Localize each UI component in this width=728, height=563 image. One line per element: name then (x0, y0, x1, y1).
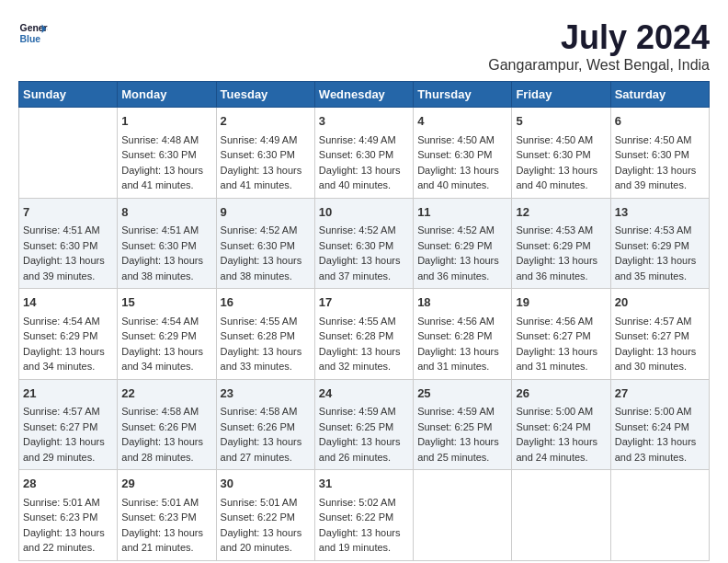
day-info: Sunrise: 4:53 AM Sunset: 6:29 PM Dayligh… (615, 223, 705, 283)
calendar-cell: 28Sunrise: 5:01 AM Sunset: 6:23 PM Dayli… (19, 470, 118, 561)
header-sunday: Sunday (19, 82, 118, 108)
day-info: Sunrise: 5:01 AM Sunset: 6:23 PM Dayligh… (121, 495, 211, 556)
day-info: Sunrise: 5:00 AM Sunset: 6:24 PM Dayligh… (615, 404, 705, 465)
day-number: 16 (221, 293, 311, 312)
day-number: 7 (23, 203, 113, 222)
svg-text:Blue: Blue (20, 34, 41, 44)
day-number: 28 (23, 475, 113, 493)
day-info: Sunrise: 4:56 AM Sunset: 6:27 PM Dayligh… (516, 314, 606, 374)
day-info: Sunrise: 4:59 AM Sunset: 6:25 PM Dayligh… (319, 404, 409, 465)
day-info: Sunrise: 4:55 AM Sunset: 6:28 PM Dayligh… (319, 314, 409, 374)
calendar-cell (19, 108, 118, 199)
day-info: Sunrise: 4:49 AM Sunset: 6:30 PM Dayligh… (221, 132, 311, 193)
calendar-week-row: 21Sunrise: 4:57 AM Sunset: 6:27 PM Dayli… (19, 379, 710, 470)
day-number: 13 (615, 203, 705, 222)
day-number: 5 (516, 112, 606, 131)
day-number: 29 (121, 475, 211, 493)
day-number: 17 (319, 293, 409, 312)
day-info: Sunrise: 4:57 AM Sunset: 6:27 PM Dayligh… (23, 404, 113, 465)
day-info: Sunrise: 4:52 AM Sunset: 6:29 PM Dayligh… (417, 223, 507, 283)
calendar-cell: 30Sunrise: 5:01 AM Sunset: 6:22 PM Dayli… (216, 470, 314, 561)
day-number: 31 (319, 475, 409, 493)
calendar-cell: 6Sunrise: 4:50 AM Sunset: 6:30 PM Daylig… (610, 108, 709, 199)
calendar-cell: 4Sunrise: 4:50 AM Sunset: 6:30 PM Daylig… (414, 108, 512, 199)
day-info: Sunrise: 4:50 AM Sunset: 6:30 PM Dayligh… (417, 132, 507, 193)
calendar-header-row: SundayMondayTuesdayWednesdayThursdayFrid… (19, 82, 710, 108)
calendar-cell: 31Sunrise: 5:02 AM Sunset: 6:22 PM Dayli… (314, 470, 413, 561)
calendar-cell (610, 470, 709, 561)
calendar-cell: 5Sunrise: 4:50 AM Sunset: 6:30 PM Daylig… (512, 108, 610, 199)
main-title: July 2024 (488, 18, 710, 57)
day-info: Sunrise: 4:52 AM Sunset: 6:30 PM Dayligh… (221, 223, 311, 283)
calendar-cell (414, 470, 512, 561)
calendar-week-row: 7Sunrise: 4:51 AM Sunset: 6:30 PM Daylig… (19, 198, 710, 289)
day-number: 11 (417, 203, 507, 222)
day-info: Sunrise: 4:52 AM Sunset: 6:30 PM Dayligh… (319, 223, 409, 283)
header-friday: Friday (512, 82, 610, 108)
calendar-cell: 18Sunrise: 4:56 AM Sunset: 6:28 PM Dayli… (414, 289, 512, 380)
calendar-cell: 27Sunrise: 5:00 AM Sunset: 6:24 PM Dayli… (610, 379, 709, 470)
calendar-cell: 15Sunrise: 4:54 AM Sunset: 6:29 PM Dayli… (118, 289, 216, 380)
day-info: Sunrise: 5:00 AM Sunset: 6:24 PM Dayligh… (516, 404, 606, 465)
day-number: 18 (417, 293, 507, 312)
calendar-cell: 14Sunrise: 4:54 AM Sunset: 6:29 PM Dayli… (19, 289, 118, 380)
day-number: 1 (121, 112, 211, 131)
day-info: Sunrise: 4:51 AM Sunset: 6:30 PM Dayligh… (23, 223, 113, 283)
calendar-cell: 9Sunrise: 4:52 AM Sunset: 6:30 PM Daylig… (216, 198, 314, 289)
header-tuesday: Tuesday (216, 82, 314, 108)
day-number: 20 (615, 293, 705, 312)
title-block: July 2024 Gangarampur, West Bengal, Indi… (488, 18, 710, 74)
day-number: 19 (516, 293, 606, 312)
calendar-table: SundayMondayTuesdayWednesdayThursdayFrid… (18, 81, 710, 561)
day-info: Sunrise: 4:53 AM Sunset: 6:29 PM Dayligh… (516, 223, 606, 283)
day-info: Sunrise: 5:01 AM Sunset: 6:22 PM Dayligh… (221, 495, 311, 556)
day-number: 24 (319, 385, 409, 403)
day-number: 6 (615, 112, 705, 131)
day-info: Sunrise: 4:58 AM Sunset: 6:26 PM Dayligh… (221, 404, 311, 465)
day-info: Sunrise: 4:51 AM Sunset: 6:30 PM Dayligh… (121, 223, 211, 283)
day-number: 8 (121, 203, 211, 222)
day-number: 27 (615, 385, 705, 403)
calendar-cell (512, 470, 610, 561)
calendar-cell: 8Sunrise: 4:51 AM Sunset: 6:30 PM Daylig… (118, 198, 216, 289)
day-number: 3 (319, 112, 409, 131)
day-number: 21 (23, 385, 113, 403)
calendar-cell: 10Sunrise: 4:52 AM Sunset: 6:30 PM Dayli… (314, 198, 413, 289)
day-number: 14 (23, 293, 113, 312)
day-info: Sunrise: 4:55 AM Sunset: 6:28 PM Dayligh… (221, 314, 311, 374)
day-info: Sunrise: 5:02 AM Sunset: 6:22 PM Dayligh… (319, 495, 409, 556)
header-thursday: Thursday (414, 82, 512, 108)
header-monday: Monday (118, 82, 216, 108)
calendar-cell: 23Sunrise: 4:58 AM Sunset: 6:26 PM Dayli… (216, 379, 314, 470)
calendar-cell: 17Sunrise: 4:55 AM Sunset: 6:28 PM Dayli… (314, 289, 413, 380)
day-info: Sunrise: 5:01 AM Sunset: 6:23 PM Dayligh… (23, 495, 113, 556)
day-number: 2 (221, 112, 311, 131)
day-info: Sunrise: 4:54 AM Sunset: 6:29 PM Dayligh… (121, 314, 211, 374)
calendar-cell: 25Sunrise: 4:59 AM Sunset: 6:25 PM Dayli… (414, 379, 512, 470)
day-info: Sunrise: 4:57 AM Sunset: 6:27 PM Dayligh… (615, 314, 705, 374)
calendar-cell: 3Sunrise: 4:49 AM Sunset: 6:30 PM Daylig… (314, 108, 413, 199)
calendar-cell: 13Sunrise: 4:53 AM Sunset: 6:29 PM Dayli… (610, 198, 709, 289)
calendar-cell: 7Sunrise: 4:51 AM Sunset: 6:30 PM Daylig… (19, 198, 118, 289)
day-number: 12 (516, 203, 606, 222)
day-number: 23 (221, 385, 311, 403)
calendar-cell: 29Sunrise: 5:01 AM Sunset: 6:23 PM Dayli… (118, 470, 216, 561)
day-info: Sunrise: 4:59 AM Sunset: 6:25 PM Dayligh… (417, 404, 507, 465)
day-number: 10 (319, 203, 409, 222)
day-info: Sunrise: 4:50 AM Sunset: 6:30 PM Dayligh… (615, 132, 705, 193)
calendar-week-row: 14Sunrise: 4:54 AM Sunset: 6:29 PM Dayli… (19, 289, 710, 380)
header-wednesday: Wednesday (314, 82, 413, 108)
day-info: Sunrise: 4:50 AM Sunset: 6:30 PM Dayligh… (516, 132, 606, 193)
day-info: Sunrise: 4:56 AM Sunset: 6:28 PM Dayligh… (417, 314, 507, 374)
calendar-cell: 11Sunrise: 4:52 AM Sunset: 6:29 PM Dayli… (414, 198, 512, 289)
calendar-week-row: 1Sunrise: 4:48 AM Sunset: 6:30 PM Daylig… (19, 108, 710, 199)
calendar-cell: 2Sunrise: 4:49 AM Sunset: 6:30 PM Daylig… (216, 108, 314, 199)
day-number: 22 (121, 385, 211, 403)
calendar-cell: 26Sunrise: 5:00 AM Sunset: 6:24 PM Dayli… (512, 379, 610, 470)
calendar-cell: 22Sunrise: 4:58 AM Sunset: 6:26 PM Dayli… (118, 379, 216, 470)
header-saturday: Saturday (610, 82, 709, 108)
day-number: 9 (221, 203, 311, 222)
logo: General Blue (18, 18, 48, 48)
calendar-cell: 1Sunrise: 4:48 AM Sunset: 6:30 PM Daylig… (118, 108, 216, 199)
logo-icon: General Blue (18, 18, 48, 48)
